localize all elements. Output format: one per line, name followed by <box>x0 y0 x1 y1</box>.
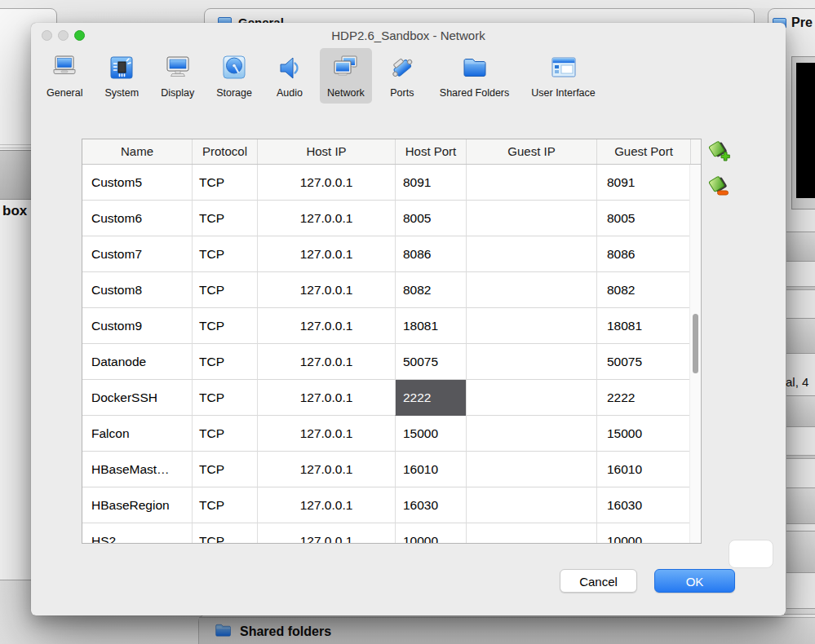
cell-guest-port[interactable]: 8086 <box>596 236 690 272</box>
cell-guest-ip[interactable] <box>466 487 596 523</box>
cell-guest-port[interactable]: 50075 <box>596 344 690 380</box>
cell-guest-ip[interactable] <box>466 308 596 344</box>
bg-section-bar <box>786 531 815 573</box>
column-header-guest-ip[interactable]: Guest IP <box>466 139 596 164</box>
cell-guest-port[interactable]: 8091 <box>596 165 690 201</box>
column-header-protocol[interactable]: Protocol <box>192 139 257 164</box>
cancel-button[interactable]: Cancel <box>560 569 637 593</box>
cell-protocol[interactable]: TCP <box>192 308 257 344</box>
remove-rule-button[interactable] <box>706 175 731 200</box>
column-header-guest-port[interactable]: Guest Port <box>596 139 690 164</box>
cell-guest-ip[interactable] <box>466 165 596 201</box>
cell-name[interactable]: HBaseRegion <box>82 487 192 523</box>
cell-host-port[interactable]: 18081 <box>395 308 466 344</box>
tab-audio[interactable]: Audio <box>267 48 312 104</box>
cell-protocol[interactable]: TCP <box>192 165 257 201</box>
cell-name[interactable]: Custom8 <box>82 272 192 308</box>
table-header: Name Protocol Host IP Host Port Guest IP… <box>82 139 701 165</box>
column-header-name[interactable]: Name <box>82 139 192 164</box>
settings-toolbar: General System <box>38 48 603 115</box>
cell-host-ip[interactable]: 127.0.0.1 <box>257 487 395 523</box>
cell-host-ip[interactable]: 127.0.0.1 <box>257 344 395 380</box>
tab-user-interface[interactable]: User Interface <box>524 48 603 104</box>
table-scrollbar[interactable] <box>689 165 701 543</box>
cell-host-port[interactable]: 8005 <box>395 201 466 236</box>
cell-host-port[interactable]: 15000 <box>395 416 466 452</box>
cell-guest-ip[interactable] <box>466 236 596 272</box>
cell-protocol[interactable]: TCP <box>192 344 257 380</box>
tab-shared-folders[interactable]: Shared Folders <box>432 48 516 104</box>
cell-guest-port[interactable]: 16010 <box>596 452 690 487</box>
tab-ports[interactable]: Ports <box>379 48 425 104</box>
cell-protocol[interactable]: TCP <box>192 272 257 308</box>
cell-guest-port[interactable]: 16030 <box>596 487 690 523</box>
cell-host-port[interactable]: 16010 <box>395 452 466 487</box>
table-row: HS2TCP127.0.0.11000010000 <box>82 523 701 544</box>
table-row: HBaseRegionTCP127.0.0.11603016030 <box>82 487 701 523</box>
cell-protocol[interactable]: TCP <box>192 487 257 523</box>
tab-storage[interactable]: Storage <box>209 48 259 104</box>
tab-network[interactable]: Network <box>320 48 372 104</box>
cell-protocol[interactable]: TCP <box>192 201 257 236</box>
cell-host-ip[interactable]: 127.0.0.1 <box>257 523 395 544</box>
cell-host-port[interactable]: 8082 <box>395 272 466 308</box>
cell-name[interactable]: Datanode <box>82 344 192 380</box>
disk-icon <box>219 52 250 83</box>
dialog-titlebar[interactable]: HDP2.6_Sandbox - Network <box>31 23 786 47</box>
cell-guest-ip[interactable] <box>466 380 596 416</box>
cell-guest-ip[interactable] <box>466 452 596 487</box>
cell-guest-ip[interactable] <box>466 201 596 236</box>
tab-label: Audio <box>277 87 303 99</box>
add-rule-button[interactable] <box>706 140 731 165</box>
cell-name[interactable]: DockerSSH <box>82 380 192 416</box>
cell-protocol[interactable]: TCP <box>192 452 257 487</box>
bg-section-bar <box>786 395 815 427</box>
cell-guest-port[interactable]: 15000 <box>596 416 690 452</box>
tab-label: Display <box>161 87 194 99</box>
cell-name[interactable]: HS2 <box>82 523 192 544</box>
cell-host-port[interactable]: 16030 <box>395 487 466 523</box>
cell-protocol[interactable]: TCP <box>192 380 257 416</box>
cell-host-port[interactable]: 2222 <box>395 380 466 416</box>
cell-name[interactable]: HBaseMast… <box>82 452 192 487</box>
tab-general[interactable]: General <box>39 48 90 104</box>
cell-name[interactable]: Custom7 <box>82 236 192 272</box>
bg-preview-title-fragment: Pre <box>791 15 813 30</box>
cell-host-port[interactable]: 50075 <box>395 344 466 380</box>
cell-host-port[interactable]: 8091 <box>395 165 466 201</box>
scrollbar-thumb[interactable] <box>693 314 698 373</box>
cell-protocol[interactable]: TCP <box>192 416 257 452</box>
bg-section-bar <box>786 487 815 524</box>
cell-host-port[interactable]: 10000 <box>395 523 466 544</box>
cell-protocol[interactable]: TCP <box>192 236 257 272</box>
cell-name[interactable]: Falcon <box>82 416 192 452</box>
ok-button[interactable]: OK <box>654 569 735 593</box>
cell-guest-ip[interactable] <box>466 272 596 308</box>
cell-host-ip[interactable]: 127.0.0.1 <box>257 272 395 308</box>
cell-guest-port[interactable]: 18081 <box>596 308 690 344</box>
cell-host-ip[interactable]: 127.0.0.1 <box>257 380 395 416</box>
cell-name[interactable]: Custom5 <box>82 165 192 201</box>
cell-host-ip[interactable]: 127.0.0.1 <box>257 236 395 272</box>
cell-name[interactable]: Custom6 <box>82 201 192 236</box>
cell-guest-port[interactable]: 8005 <box>596 201 690 236</box>
cell-host-ip[interactable]: 127.0.0.1 <box>257 416 395 452</box>
cell-host-ip[interactable]: 127.0.0.1 <box>257 308 395 344</box>
column-header-host-ip[interactable]: Host IP <box>257 139 395 164</box>
cell-guest-port[interactable]: 8082 <box>596 272 690 308</box>
cell-guest-ip[interactable] <box>466 523 596 544</box>
cell-protocol[interactable]: TCP <box>192 523 257 544</box>
cell-guest-ip[interactable] <box>466 344 596 380</box>
cell-host-ip[interactable]: 127.0.0.1 <box>257 165 395 201</box>
cell-guest-ip[interactable] <box>466 416 596 452</box>
cell-name[interactable]: Custom9 <box>82 308 192 344</box>
table-row: HBaseMast…TCP127.0.0.11601016010 <box>82 452 701 487</box>
cell-guest-port[interactable]: 10000 <box>596 523 690 544</box>
cell-host-ip[interactable]: 127.0.0.1 <box>257 452 395 487</box>
cell-guest-port[interactable]: 2222 <box>596 380 690 416</box>
tab-system[interactable]: System <box>97 48 146 104</box>
cell-host-port[interactable]: 8086 <box>395 236 466 272</box>
column-header-host-port[interactable]: Host Port <box>395 139 466 164</box>
cell-host-ip[interactable]: 127.0.0.1 <box>257 201 395 236</box>
tab-display[interactable]: Display <box>153 48 202 104</box>
